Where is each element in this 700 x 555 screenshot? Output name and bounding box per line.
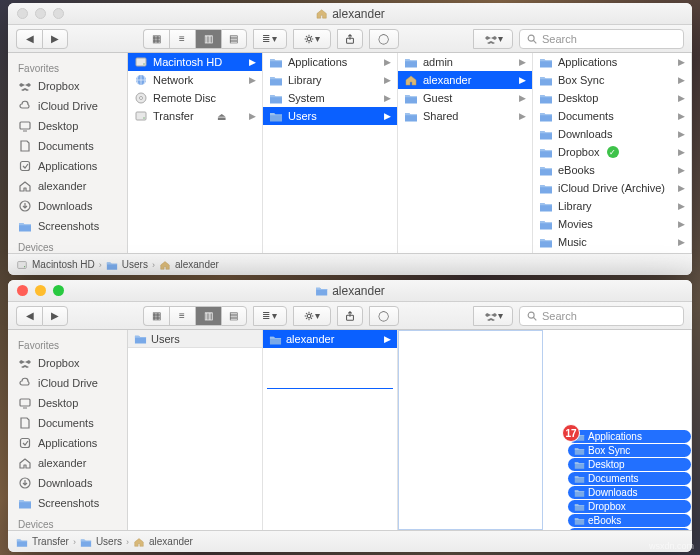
column-view-button[interactable]: ▥ <box>195 29 221 49</box>
list-item[interactable]: Network▶ <box>128 71 262 89</box>
sidebar-item-label: Dropbox <box>38 80 80 92</box>
list-item[interactable]: Dropbox✓▶ <box>533 143 691 161</box>
list-item[interactable]: Users▶ <box>263 107 397 125</box>
back-button[interactable]: ◀ <box>16 29 42 49</box>
sidebar-item-downloads[interactable]: Downloads <box>8 473 127 493</box>
column-2-drop-target[interactable] <box>398 330 543 530</box>
icon-view-button[interactable]: ▦ <box>143 29 169 49</box>
zoom-button[interactable] <box>53 285 64 296</box>
item-label: Movies <box>558 218 593 230</box>
tags-button[interactable]: ◯ <box>369 306 399 326</box>
toolbar: ◀▶ ▦ ≡ ▥ ▤ ≣ ▾ ▾ ◯ ▾ Search <box>8 302 692 330</box>
nav-buttons: ◀ ▶ <box>16 29 68 49</box>
path-bar[interactable]: Macintosh HD ›Users ›alexander <box>8 253 692 275</box>
zoom-button[interactable] <box>53 8 64 19</box>
sidebar-item-desktop[interactable]: Desktop <box>8 393 127 413</box>
path-segment[interactable]: alexander <box>149 536 193 547</box>
sidebar-item-icloud-drive[interactable]: iCloud Drive <box>8 96 127 116</box>
icon-view-button[interactable]: ▦ <box>143 306 169 326</box>
eject-icon[interactable]: ⏏ <box>217 111 226 122</box>
list-item[interactable]: System▶ <box>263 89 397 107</box>
list-item[interactable]: Applications▶ <box>533 53 691 71</box>
list-item[interactable]: admin▶ <box>398 53 532 71</box>
column-view-button[interactable]: ▥ <box>195 306 221 326</box>
sidebar-item-desktop[interactable]: Desktop <box>8 116 127 136</box>
column-3[interactable]: Applications▶Box Sync▶Desktop▶Documents▶… <box>533 53 692 253</box>
list-item[interactable]: Documents▶ <box>533 107 691 125</box>
path-segment[interactable]: Macintosh HD <box>32 259 95 270</box>
search-field[interactable]: Search <box>519 29 684 49</box>
list-item[interactable]: Box Sync▶ <box>533 71 691 89</box>
list-item[interactable]: Macintosh HD▶ <box>128 53 262 71</box>
list-item[interactable]: iCloud Drive (Archive)▶ <box>533 179 691 197</box>
column-0[interactable]: Macintosh HD▶Network▶Remote DiscTransfer… <box>128 53 263 253</box>
list-item[interactable]: eBooks▶ <box>533 161 691 179</box>
minimize-button[interactable] <box>35 285 46 296</box>
titlebar[interactable]: alexander <box>8 280 692 302</box>
list-item[interactable]: Music▶ <box>533 233 691 251</box>
dropbox-button[interactable]: ▾ <box>473 29 513 49</box>
sidebar-item-icloud-drive[interactable]: iCloud Drive <box>8 373 127 393</box>
list-item[interactable]: Guest▶ <box>398 89 532 107</box>
path-segment[interactable]: Transfer <box>32 536 69 547</box>
list-item[interactable]: Applications▶ <box>263 53 397 71</box>
sidebar-item-screenshots[interactable]: Screenshots <box>8 493 127 513</box>
search-field[interactable]: Search <box>519 306 684 326</box>
arrange-button[interactable]: ≣ ▾ <box>253 306 287 326</box>
list-item[interactable]: Shared▶ <box>398 107 532 125</box>
drop-indicator <box>267 388 393 389</box>
sidebar-item-documents[interactable]: Documents <box>8 136 127 156</box>
column-1[interactable]: Applications▶Library▶System▶Users▶ <box>263 53 398 253</box>
list-view-button[interactable]: ≡ <box>169 306 195 326</box>
forward-button[interactable]: ▶ <box>42 306 68 326</box>
gear-button[interactable]: ▾ <box>293 29 331 49</box>
column-3[interactable] <box>543 330 692 530</box>
sidebar-item-documents[interactable]: Documents <box>8 413 127 433</box>
sidebar-item-downloads[interactable]: Downloads <box>8 196 127 216</box>
share-button[interactable] <box>337 306 363 326</box>
forward-button[interactable]: ▶ <box>42 29 68 49</box>
list-item[interactable]: Desktop▶ <box>533 89 691 107</box>
arrange-button[interactable]: ≣ ▾ <box>253 29 287 49</box>
share-button[interactable] <box>337 29 363 49</box>
search-icon <box>526 33 538 45</box>
sidebar-item-dropbox[interactable]: Dropbox <box>8 353 127 373</box>
column-1[interactable]: alexander ▶ <box>263 330 398 530</box>
close-button[interactable] <box>17 8 28 19</box>
titlebar[interactable]: alexander <box>8 3 692 25</box>
list-item[interactable]: Remote Disc <box>128 89 262 107</box>
list-item[interactable]: Transfer⏏▶ <box>128 107 262 125</box>
list-item[interactable]: Library▶ <box>533 197 691 215</box>
list-item[interactable]: Downloads▶ <box>533 125 691 143</box>
path-segment[interactable]: Users <box>122 259 148 270</box>
close-button[interactable] <box>17 285 28 296</box>
sidebar-item-dropbox[interactable]: Dropbox <box>8 76 127 96</box>
list-item[interactable]: Movies▶ <box>533 215 691 233</box>
gallery-view-button[interactable]: ▤ <box>221 306 247 326</box>
search-icon <box>526 310 538 322</box>
list-view-button[interactable]: ≡ <box>169 29 195 49</box>
path-bar[interactable]: Transfer ›Users ›alexander <box>8 530 692 552</box>
column-0[interactable]: Users <box>128 330 263 530</box>
minimize-button[interactable] <box>35 8 46 19</box>
tags-button[interactable]: ◯ <box>369 29 399 49</box>
back-button[interactable]: ◀ <box>16 306 42 326</box>
sync-check-icon: ✓ <box>607 146 619 158</box>
list-item[interactable]: alexander▶ <box>398 71 532 89</box>
column-2[interactable]: admin▶alexander▶Guest▶Shared▶ <box>398 53 533 253</box>
sidebar-item-applications[interactable]: Applications <box>8 156 127 176</box>
sidebar-item-label: alexander <box>38 180 86 192</box>
sidebar-item-label: alexander <box>38 457 86 469</box>
gear-button[interactable]: ▾ <box>293 306 331 326</box>
path-segment[interactable]: Users <box>96 536 122 547</box>
tags: ◯ <box>369 29 399 49</box>
list-item[interactable]: Pictures▶ <box>533 251 691 253</box>
sidebar-item-screenshots[interactable]: Screenshots <box>8 216 127 236</box>
sidebar-item-alexander[interactable]: alexander <box>8 176 127 196</box>
gallery-view-button[interactable]: ▤ <box>221 29 247 49</box>
sidebar-item-applications[interactable]: Applications <box>8 433 127 453</box>
list-item[interactable]: Library▶ <box>263 71 397 89</box>
dropbox-button[interactable]: ▾ <box>473 306 513 326</box>
path-segment[interactable]: alexander <box>175 259 219 270</box>
sidebar-item-alexander[interactable]: alexander <box>8 453 127 473</box>
